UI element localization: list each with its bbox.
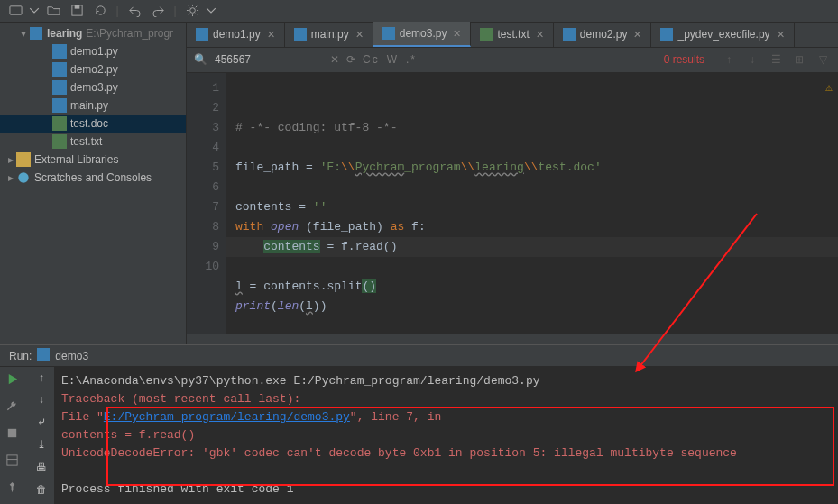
warning-icon[interactable]: ⚠ [825, 78, 833, 98]
run-tool-window: Run: demo3 ↑ ↓ ⤶ ⤓ 🖶 🗑 E:\Anacon [0, 344, 838, 504]
chevron-right-icon[interactable]: ▸ [5, 171, 16, 184]
undo-icon[interactable] [124, 1, 144, 21]
whole-word-toggle[interactable]: W [387, 53, 399, 66]
chevron-right-icon[interactable]: ▸ [5, 153, 16, 166]
close-icon[interactable]: ✕ [453, 28, 461, 40]
file-name: demo3.py [70, 81, 118, 94]
svg-rect-16 [480, 28, 493, 41]
folder-icon [29, 26, 43, 41]
open-file-icon[interactable] [43, 1, 63, 21]
scratches-consoles[interactable]: ▸ Scratches and Consoles [0, 169, 186, 187]
code-content[interactable]: # -*- coding: utf-8 -*- file_path = 'E:\… [226, 73, 838, 334]
console-line: Traceback (most recent call last): [61, 390, 831, 408]
file-icon [382, 27, 395, 40]
tab-label: test.txt [497, 28, 529, 41]
run-toolbar-left [0, 367, 29, 504]
editor-tab[interactable]: demo3.py✕ [373, 22, 472, 47]
search-results-count: 0 results [664, 53, 704, 66]
svg-rect-6 [52, 62, 67, 77]
tab-label: demo3.py [400, 27, 447, 40]
chevron-down-icon[interactable] [206, 1, 216, 21]
find-bar: 🔍 ✕ ⟳ Cc W .* 0 results ↑ ↓ ☰ ⊞ ▽ [187, 48, 838, 73]
search-icon: 🔍 [194, 53, 207, 66]
filter-icon[interactable]: ▽ [815, 53, 831, 66]
tree-file[interactable]: test.doc [0, 115, 186, 133]
regex-toggle[interactable]: .* [406, 53, 417, 66]
layout-icon[interactable] [5, 454, 23, 472]
next-match-icon[interactable]: ↓ [744, 53, 760, 66]
editor-tab[interactable]: demo2.py✕ [554, 22, 652, 47]
file-icon [563, 28, 576, 41]
project-view-icon[interactable] [5, 1, 25, 21]
code-editor[interactable]: 12345678910 # -*- coding: utf-8 -*- file… [187, 73, 838, 334]
refresh-icon[interactable] [90, 1, 110, 21]
editor-tab[interactable]: demo1.py✕ [187, 22, 285, 47]
project-root-path: E:\Pychram_progr [86, 27, 173, 40]
tree-file[interactable]: demo3.py [0, 78, 186, 96]
redo-icon[interactable] [148, 1, 168, 21]
svg-rect-9 [52, 116, 67, 131]
close-icon[interactable]: ✕ [633, 29, 641, 41]
external-libraries-label: External Libraries [34, 153, 118, 166]
console-line: contents = f.read() [61, 426, 831, 444]
run-icon[interactable] [5, 372, 23, 390]
editor-tabs: demo1.py✕main.py✕demo3.py✕test.txt✕demo2… [187, 23, 838, 48]
clear-icon[interactable]: 🗑 [36, 483, 47, 497]
run-config-name: demo3 [55, 350, 88, 362]
up-icon[interactable]: ↑ [38, 372, 44, 385]
tree-file[interactable]: demo2.py [0, 60, 186, 78]
svg-rect-11 [16, 152, 31, 167]
stop-icon[interactable] [5, 426, 23, 444]
down-icon[interactable]: ↓ [38, 394, 44, 407]
close-icon[interactable]: ✕ [267, 29, 275, 41]
console-line: File "E:/Pychram_program/learing/demo3.p… [61, 408, 831, 426]
tab-label: demo1.py [213, 28, 261, 41]
external-libraries[interactable]: ▸ External Libraries [0, 151, 186, 169]
save-icon[interactable] [67, 1, 87, 21]
svg-rect-17 [563, 28, 576, 41]
print-icon[interactable]: 🖶 [36, 461, 47, 474]
file-icon [52, 80, 67, 95]
console-line [61, 463, 831, 481]
wrench-icon[interactable] [5, 399, 23, 417]
tree-horizontal-scrollbar[interactable] [0, 334, 186, 344]
chevron-down-icon[interactable]: ▾ [18, 27, 29, 40]
close-icon[interactable]: ✕ [355, 29, 364, 41]
file-name: main.py [70, 99, 108, 112]
svg-rect-13 [196, 28, 208, 41]
editor-tab[interactable]: main.py✕ [285, 22, 373, 47]
tab-label: demo2.py [580, 28, 628, 41]
pin-icon[interactable] [5, 481, 23, 499]
soft-wrap-icon[interactable]: ⤶ [37, 416, 46, 429]
svg-rect-19 [37, 348, 50, 361]
file-link[interactable]: E:/Pychram_program/learing/demo3.py [104, 410, 350, 424]
editor-tab[interactable]: test.txt✕ [471, 22, 553, 47]
tree-file[interactable]: demo1.py [0, 42, 186, 60]
search-input[interactable] [215, 53, 323, 66]
tree-file[interactable]: main.py [0, 96, 186, 115]
run-console[interactable]: E:\Anaconda\envs\py37\python.exe E:/Pych… [54, 367, 838, 504]
select-all-icon[interactable]: ☰ [768, 53, 784, 66]
file-name: test.doc [70, 117, 108, 130]
tree-file[interactable]: test.txt [0, 133, 186, 151]
file-name: demo2.py [70, 63, 118, 76]
svg-rect-18 [660, 28, 673, 41]
svg-point-3 [189, 8, 195, 14]
svg-rect-0 [9, 6, 21, 14]
editor-tab[interactable]: _pydev_execfile.py✕ [651, 22, 794, 47]
close-icon[interactable]: ✕ [536, 29, 544, 41]
scroll-to-end-icon[interactable]: ⤓ [37, 438, 46, 452]
gear-icon[interactable] [182, 1, 202, 21]
project-root[interactable]: ▾ learing E:\Pychram_progr [0, 24, 186, 42]
editor-horizontal-scrollbar[interactable] [187, 334, 838, 344]
add-selection-icon[interactable]: ⊞ [791, 53, 807, 66]
libraries-icon [16, 152, 31, 167]
match-case-toggle[interactable]: Cc [363, 53, 380, 66]
history-icon[interactable]: ⟳ [346, 53, 355, 66]
scratches-label: Scratches and Consoles [34, 171, 152, 184]
project-root-name: learing [47, 27, 82, 40]
chevron-down-icon[interactable] [29, 1, 40, 21]
clear-search-icon[interactable]: ✕ [330, 53, 339, 66]
close-icon[interactable]: ✕ [777, 29, 785, 41]
prev-match-icon[interactable]: ↑ [721, 53, 737, 66]
